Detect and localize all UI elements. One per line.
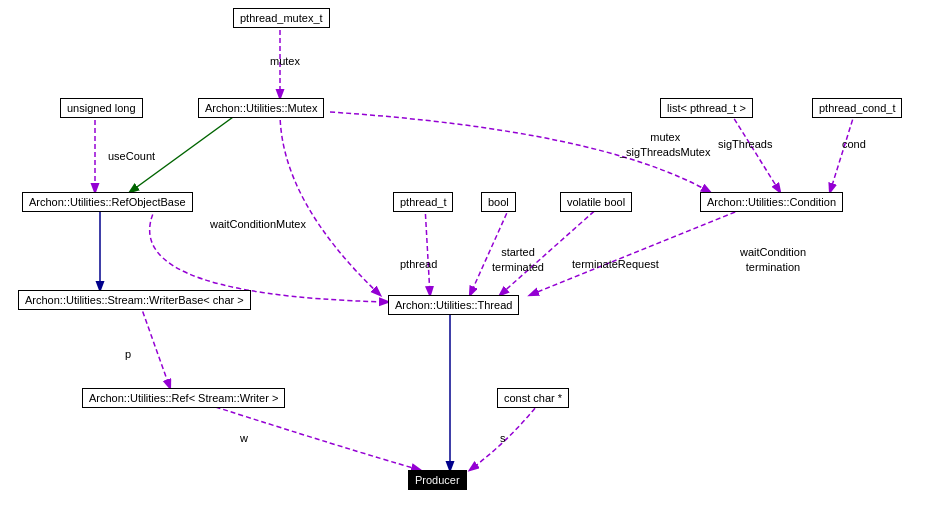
label-waitcondition-termination: waitConditiontermination <box>740 245 806 276</box>
node-pthread-cond-t: pthread_cond_t <box>812 98 902 118</box>
svg-line-4 <box>140 304 170 388</box>
svg-line-8 <box>530 206 750 295</box>
svg-line-10 <box>830 112 855 192</box>
label-mutex-sigthreadsmutex: mutex_sigThreadsMutex <box>620 130 711 161</box>
label-s: s <box>500 432 506 444</box>
node-pthread-mutex-t: pthread_mutex_t <box>233 8 330 28</box>
svg-line-9 <box>730 112 780 192</box>
label-started-terminated: startedterminated <box>492 245 544 276</box>
label-cond: cond <box>842 138 866 150</box>
node-archon-thread: Archon::Utilities::Thread <box>388 295 519 315</box>
svg-line-5 <box>425 206 430 295</box>
label-pthread: pthread <box>400 258 437 270</box>
node-bool: bool <box>481 192 516 212</box>
node-producer: Producer <box>408 470 467 490</box>
node-const-char: const char * <box>497 388 569 408</box>
node-refobjectbase: Archon::Utilities::RefObjectBase <box>22 192 193 212</box>
node-volatile-bool: volatile bool <box>560 192 632 212</box>
node-archon-condition: Archon::Utilities::Condition <box>700 192 843 212</box>
label-sigthreads: sigThreads <box>718 138 772 150</box>
node-writerbase: Archon::Utilities::Stream::WriterBase< c… <box>18 290 251 310</box>
node-archon-mutex: Archon::Utilities::Mutex <box>198 98 324 118</box>
label-mutex: mutex <box>270 55 300 67</box>
node-unsigned-long: unsigned long <box>60 98 143 118</box>
node-pthread-t: pthread_t <box>393 192 453 212</box>
node-ref-writer: Archon::Utilities::Ref< Stream::Writer > <box>82 388 285 408</box>
label-w: w <box>240 432 248 444</box>
label-terminate-request: terminateRequest <box>572 258 659 270</box>
label-p: p <box>125 348 131 360</box>
diagram-container: pthread_mutex_t Archon::Utilities::Mutex… <box>0 0 941 520</box>
label-waitconditionmutex: waitConditionMutex <box>210 218 306 230</box>
node-list-pthread: list< pthread_t > <box>660 98 753 118</box>
label-usecount: useCount <box>108 150 155 162</box>
